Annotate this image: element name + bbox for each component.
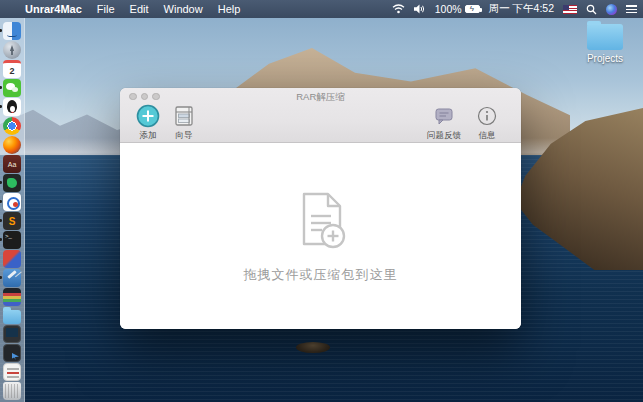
calendar-day: 2	[9, 66, 14, 76]
menu-edit[interactable]: Edit	[130, 3, 149, 15]
dock-display-icon[interactable]	[3, 325, 21, 343]
feedback-button[interactable]: 问题反馈	[422, 104, 466, 142]
dock-calendar-icon[interactable]: 2	[3, 60, 21, 78]
input-source-flag-icon[interactable]	[563, 5, 577, 14]
dock-dictionary-icon[interactable]: Aa	[3, 155, 21, 173]
battery-percent: 100%	[435, 3, 462, 15]
dock-notes-stack-icon[interactable]	[3, 363, 21, 381]
info-button[interactable]: 信息	[465, 104, 509, 142]
dock-terminal-icon[interactable]: >_	[3, 231, 21, 249]
notification-center-icon[interactable]	[626, 5, 637, 14]
dock-sublime-text-icon[interactable]: S	[3, 212, 21, 230]
menu-bar: Unrar4Mac File Edit Window Help 100% ϟ 周…	[0, 0, 643, 18]
wifi-icon[interactable]	[392, 4, 405, 14]
dock-media-app-icon[interactable]	[3, 288, 21, 306]
battery-icon: ϟ	[465, 5, 480, 13]
running-indicator	[0, 86, 2, 89]
unrar4mac-window: RAR解压缩 添加	[120, 88, 521, 329]
battery-status[interactable]: 100% ϟ	[435, 3, 480, 15]
wizard-cabinet-icon	[173, 105, 195, 127]
siri-icon[interactable]	[606, 4, 617, 15]
desktop: Unrar4Mac File Edit Window Help 100% ϟ 周…	[0, 0, 643, 402]
menu-file[interactable]: File	[97, 3, 115, 15]
feedback-label: 问题反馈	[422, 130, 466, 142]
running-indicator	[0, 200, 2, 203]
feedback-bubble-icon	[433, 105, 455, 127]
dock-screen-share-icon[interactable]	[3, 344, 21, 362]
info-circle-icon	[476, 105, 498, 127]
spotlight-search-icon[interactable]	[586, 4, 597, 15]
running-indicator	[0, 238, 2, 241]
wizard-label: 向导	[162, 130, 206, 142]
dock-downloads-folder-icon[interactable]	[3, 310, 21, 324]
wizard-button[interactable]: 向导	[162, 104, 206, 142]
folder-icon	[587, 24, 623, 50]
dictionary-glyph: Aa	[8, 161, 17, 168]
menu-window[interactable]: Window	[164, 3, 203, 15]
running-indicator	[0, 105, 2, 108]
window-title: RAR解压缩	[120, 91, 521, 104]
drop-zone[interactable]: 拖拽文件或压缩包到这里	[120, 144, 521, 329]
wallpaper-islet	[296, 342, 330, 353]
dock-launchpad-icon[interactable]	[3, 41, 21, 59]
dock-finder-icon[interactable]	[3, 22, 21, 40]
volume-icon[interactable]	[414, 4, 426, 14]
dock-trash-icon[interactable]	[3, 382, 21, 400]
dock-firefox-icon[interactable]	[3, 136, 21, 154]
dock-itools-icon[interactable]	[3, 250, 21, 268]
add-file-icon	[292, 190, 350, 252]
dock-unrar4mac-icon[interactable]	[3, 193, 21, 211]
dock-evernote-icon[interactable]	[3, 174, 21, 192]
clock[interactable]: 周一 下午4:52	[489, 2, 554, 16]
projects-folder-label: Projects	[581, 53, 629, 64]
running-indicator	[0, 276, 2, 279]
dock-qq-icon[interactable]	[3, 98, 21, 116]
add-plus-icon	[136, 104, 160, 128]
sublime-glyph: S	[9, 216, 16, 227]
running-indicator	[0, 181, 2, 184]
running-indicator	[0, 219, 2, 222]
projects-folder[interactable]: Projects	[581, 24, 629, 64]
terminal-glyph: >_	[5, 233, 12, 239]
info-label: 信息	[465, 130, 509, 142]
drop-hint-text: 拖拽文件或压缩包到这里	[244, 266, 398, 284]
charging-bolt-icon: ϟ	[470, 5, 474, 13]
dock-xcode-icon[interactable]	[3, 269, 21, 287]
menu-help[interactable]: Help	[218, 3, 241, 15]
dock: 2 Aa S >_	[0, 18, 25, 402]
app-menu-title[interactable]: Unrar4Mac	[25, 3, 82, 15]
dock-wechat-icon[interactable]	[3, 79, 21, 97]
dock-chrome-icon[interactable]	[3, 117, 21, 135]
window-header: RAR解压缩 添加	[120, 88, 521, 143]
running-indicator	[0, 29, 2, 32]
